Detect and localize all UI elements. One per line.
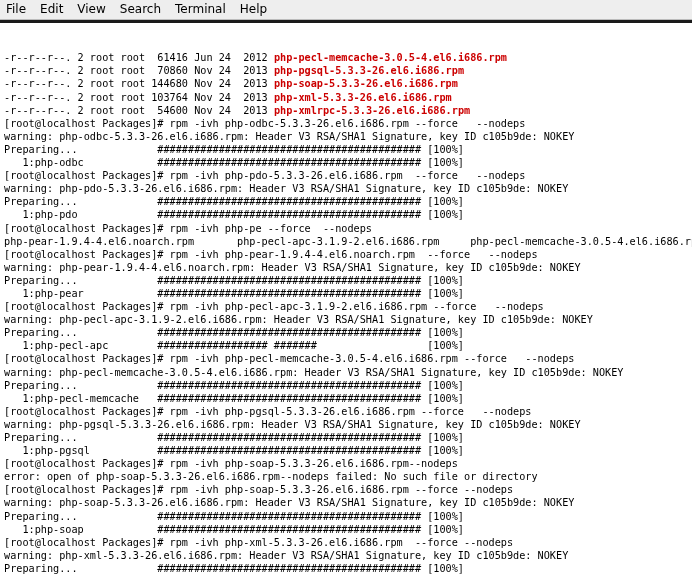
rpm-filename: php-pecl-memcache-3.0.5-4.el6.i686.rpm [274, 52, 507, 63]
terminal-line: Preparing... ###########################… [4, 143, 688, 156]
terminal-line: -r--r--r--. 2 root root 103764 Nov 24 20… [4, 91, 688, 104]
menu-help[interactable]: Help [240, 3, 267, 16]
menu-bar[interactable]: File Edit View Search Terminal Help [0, 0, 692, 20]
terminal-line: 1:php-pgsql ############################… [4, 444, 688, 457]
terminal-line: warning: php-pecl-apc-3.1.9-2.el6.i686.r… [4, 313, 688, 326]
terminal-line: 1:php-pear #############################… [4, 287, 688, 300]
terminal-line: Preparing... ###########################… [4, 326, 688, 339]
terminal-line: 1:php-odbc #############################… [4, 156, 688, 169]
terminal-line: warning: php-soap-5.3.3-26.el6.i686.rpm:… [4, 496, 688, 509]
terminal-line: error: open of php-soap-5.3.3-26.el6.i68… [4, 470, 688, 483]
terminal-line: Preparing... ###########################… [4, 379, 688, 392]
terminal-output[interactable]: sdn.net/YD16_38381416136 -r--r--r--. 2 r… [0, 23, 692, 574]
rpm-filename: php-xmlrpc-5.3.3-26.el6.i686.rpm [274, 105, 470, 116]
terminal-line: warning: php-pecl-memcache-3.0.5-4.el6.i… [4, 366, 688, 379]
terminal-line: php-pear-1.9.4-4.el6.noarch.rpm php-pecl… [4, 235, 688, 248]
terminal-line: 1:php-pecl-memcache ####################… [4, 392, 688, 405]
terminal-line: 1:php-pecl-apc ################## ######… [4, 339, 688, 352]
menu-view[interactable]: View [77, 3, 105, 16]
terminal-line: -r--r--r--. 2 root root 54600 Nov 24 201… [4, 104, 688, 117]
terminal-line: Preparing... ###########################… [4, 562, 688, 574]
terminal-line: [root@localhost Packages]# rpm -ivh php-… [4, 352, 688, 365]
terminal-line: -r--r--r--. 2 root root 61416 Jun 24 201… [4, 51, 688, 64]
terminal-line: [root@localhost Packages]# rpm -ivh php-… [4, 483, 688, 496]
terminal-line: -r--r--r--. 2 root root 70860 Nov 24 201… [4, 64, 688, 77]
menu-file[interactable]: File [6, 3, 26, 16]
terminal-line: [root@localhost Packages]# rpm -ivh php-… [4, 300, 688, 313]
terminal-line: [root@localhost Packages]# rpm -ivh php-… [4, 248, 688, 261]
rpm-filename: php-soap-5.3.3-26.el6.i686.rpm [274, 78, 458, 89]
terminal-line: Preparing... ###########################… [4, 195, 688, 208]
menu-terminal[interactable]: Terminal [175, 3, 226, 16]
terminal-line: warning: php-pgsql-5.3.3-26.el6.i686.rpm… [4, 418, 688, 431]
terminal-line: 1:php-pdo ##############################… [4, 208, 688, 221]
terminal-line: Preparing... ###########################… [4, 431, 688, 444]
terminal-line: warning: php-pear-1.9.4-4.el6.noarch.rpm… [4, 261, 688, 274]
terminal-line: Preparing... ###########################… [4, 274, 688, 287]
menu-edit[interactable]: Edit [40, 3, 63, 16]
terminal-line: -r--r--r--. 2 root root 144680 Nov 24 20… [4, 77, 688, 90]
menu-search[interactable]: Search [120, 3, 161, 16]
terminal-line: [root@localhost Packages]# rpm -ivh php-… [4, 169, 688, 182]
terminal-line: [root@localhost Packages]# rpm -ivh php-… [4, 222, 688, 235]
rpm-filename: php-xml-5.3.3-26.el6.i686.rpm [274, 92, 452, 103]
terminal-line: warning: php-xml-5.3.3-26.el6.i686.rpm: … [4, 549, 688, 562]
terminal-line: Preparing... ###########################… [4, 510, 688, 523]
rpm-filename: php-pgsql-5.3.3-26.el6.i686.rpm [274, 65, 464, 76]
terminal-line: warning: php-pdo-5.3.3-26.el6.i686.rpm: … [4, 182, 688, 195]
terminal-line: [root@localhost Packages]# rpm -ivh php-… [4, 117, 688, 130]
terminal-line: [root@localhost Packages]# rpm -ivh php-… [4, 405, 688, 418]
terminal-line: warning: php-odbc-5.3.3-26.el6.i686.rpm:… [4, 130, 688, 143]
terminal-line: [root@localhost Packages]# rpm -ivh php-… [4, 536, 688, 549]
terminal-line: [root@localhost Packages]# rpm -ivh php-… [4, 457, 688, 470]
terminal-line: 1:php-soap #############################… [4, 523, 688, 536]
